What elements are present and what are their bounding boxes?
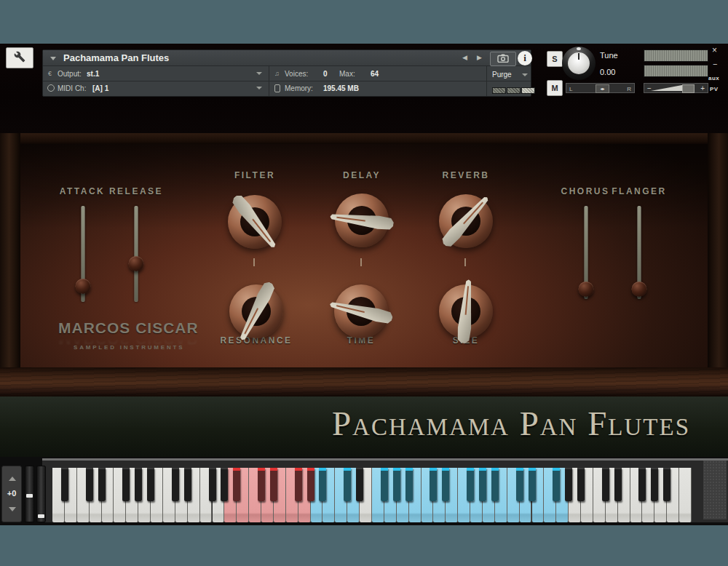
black-key[interactable]: [122, 468, 130, 501]
black-key[interactable]: [393, 468, 400, 501]
black-key[interactable]: [307, 468, 314, 501]
pitch-wheel-handle[interactable]: [26, 494, 33, 498]
mod-wheel-handle[interactable]: [38, 514, 44, 518]
voices-label: Voices:: [285, 70, 308, 78]
output-dropdown-icon[interactable]: [256, 72, 262, 75]
black-key[interactable]: [295, 468, 302, 501]
black-key[interactable]: [663, 468, 670, 501]
purge-dropdown-icon[interactable]: [522, 73, 528, 76]
black-key[interactable]: [442, 468, 449, 501]
black-key[interactable]: [529, 468, 536, 501]
memory-icon: [274, 84, 280, 92]
mod-wheel[interactable]: [36, 466, 46, 522]
release-slider[interactable]: [127, 206, 145, 302]
volume-minus[interactable]: −: [647, 84, 652, 92]
black-key[interactable]: [491, 468, 499, 501]
setup-button[interactable]: [6, 47, 33, 68]
volume-plus[interactable]: +: [700, 84, 705, 92]
mute-button[interactable]: M: [547, 80, 563, 96]
info-button[interactable]: i: [518, 51, 532, 65]
black-key[interactable]: [98, 468, 106, 501]
slider-knob[interactable]: [129, 256, 144, 271]
instrument-title-row[interactable]: Pachamama Pan Flutes ◀ ▶ i: [43, 50, 531, 66]
size-knob[interactable]: [439, 284, 493, 338]
black-key[interactable]: [356, 468, 363, 501]
black-key[interactable]: [184, 468, 191, 501]
black-key[interactable]: [147, 468, 154, 501]
black-key[interactable]: [319, 468, 326, 501]
aux-button[interactable]: aux: [708, 75, 719, 81]
memory-value: 195.45 MB: [323, 84, 359, 92]
piano-keys: [52, 468, 692, 522]
tune-value[interactable]: 0.00: [600, 68, 615, 76]
pitch-wheel[interactable]: [25, 466, 34, 522]
black-key[interactable]: [430, 468, 437, 501]
black-key[interactable]: [221, 468, 228, 501]
chorus-slider[interactable]: [577, 206, 595, 299]
pan-handle[interactable]: ◂▸: [596, 84, 609, 93]
wood-frame-left: [0, 133, 20, 396]
prev-instrument-icon[interactable]: ◀: [462, 54, 467, 61]
black-key[interactable]: [553, 468, 560, 501]
transpose-down-icon[interactable]: [9, 507, 16, 511]
black-key[interactable]: [61, 468, 68, 501]
wood-frame-top: [0, 133, 728, 144]
output-value[interactable]: st.1: [87, 70, 99, 78]
black-key[interactable]: [651, 468, 658, 501]
black-key[interactable]: [602, 468, 609, 501]
resonance-knob[interactable]: [229, 284, 283, 338]
black-key[interactable]: [86, 468, 93, 501]
black-key[interactable]: [467, 468, 474, 501]
minimize-icon[interactable]: −: [713, 60, 717, 68]
black-key[interactable]: [172, 468, 179, 501]
pv-button[interactable]: PV: [710, 86, 719, 92]
purge-button[interactable]: Purge: [492, 71, 512, 79]
filter-knob[interactable]: [228, 195, 282, 249]
purge-meter-3: [521, 87, 535, 94]
tune-knob[interactable]: [562, 47, 596, 80]
black-key[interactable]: [270, 468, 277, 501]
black-key[interactable]: [405, 468, 413, 501]
slider-knob[interactable]: [579, 282, 594, 297]
volume-handle[interactable]: [682, 84, 695, 93]
pan-slider[interactable]: L R ◂▸: [566, 83, 635, 93]
slider-knob[interactable]: [76, 279, 91, 294]
midi-dropdown-icon[interactable]: [256, 87, 262, 89]
chorus-label: CHORUS: [561, 186, 609, 196]
black-key[interactable]: [516, 468, 523, 501]
snapshot-button[interactable]: [490, 52, 516, 66]
slider-knob[interactable]: [632, 282, 647, 297]
black-key[interactable]: [344, 468, 351, 501]
keyboard-section: +0: [0, 457, 728, 525]
purge-meter-1: [492, 87, 506, 94]
black-key[interactable]: [614, 468, 622, 501]
black-key[interactable]: [565, 468, 572, 501]
wood-frame-right: [708, 133, 728, 396]
transpose-up-icon[interactable]: [9, 477, 16, 481]
flanger-slider[interactable]: [630, 206, 648, 299]
level-meter-right: [644, 65, 708, 77]
transpose-control[interactable]: +0: [1, 466, 22, 522]
black-key[interactable]: [479, 468, 486, 501]
purge-meter-2: [507, 87, 521, 94]
time-knob[interactable]: [334, 284, 388, 338]
black-key[interactable]: [135, 468, 142, 501]
black-key[interactable]: [258, 468, 265, 501]
close-icon[interactable]: ×: [712, 45, 717, 55]
delay-knob[interactable]: [335, 194, 389, 247]
chevron-down-icon[interactable]: [50, 57, 56, 60]
black-key[interactable]: [577, 468, 585, 501]
midi-channel-value[interactable]: [A] 1: [92, 84, 108, 92]
solo-button[interactable]: S: [547, 51, 563, 67]
knob-tick: [464, 258, 466, 266]
black-key[interactable]: [381, 468, 388, 501]
volume-slider[interactable]: − +: [644, 83, 708, 93]
max-voices-value: 64: [371, 70, 379, 78]
attack-slider[interactable]: [74, 206, 92, 302]
white-key[interactable]: [679, 468, 692, 522]
next-instrument-icon[interactable]: ▶: [477, 54, 482, 61]
reverb-knob[interactable]: [439, 194, 493, 248]
black-key[interactable]: [638, 468, 646, 501]
black-key[interactable]: [209, 468, 216, 501]
black-key[interactable]: [233, 468, 240, 501]
